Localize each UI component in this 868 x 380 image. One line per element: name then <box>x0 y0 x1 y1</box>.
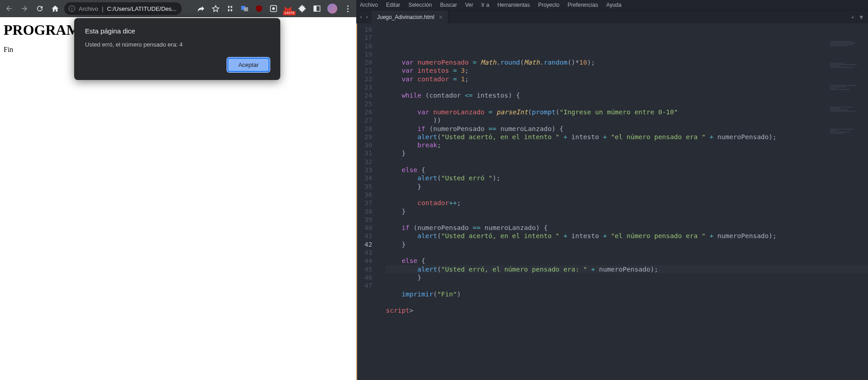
menu-herramientas[interactable]: Herramientas <box>497 2 530 8</box>
menu-ayuda[interactable]: Ayuda <box>606 2 622 8</box>
browser-window: i Archivo | C:/Users/LATITUDE/Des... 142… <box>0 0 356 380</box>
dialog-title: Esta página dice <box>85 27 269 35</box>
new-tab-icon[interactable]: + <box>851 14 854 21</box>
js-alert-dialog: Esta página dice Usted erró, el número p… <box>74 18 280 80</box>
site-info-icon[interactable]: i <box>69 5 75 12</box>
share-icon[interactable] <box>197 5 205 13</box>
profile-avatar[interactable] <box>327 4 337 14</box>
dialog-message: Usted erró, el número pensado era: 4 <box>85 41 269 48</box>
panel-icon[interactable] <box>313 5 321 13</box>
browser-toolbar: i Archivo | C:/Users/LATITUDE/Des... 142… <box>0 0 356 17</box>
menu-ver[interactable]: Ver <box>465 2 473 8</box>
tab-close-icon[interactable]: × <box>439 14 443 21</box>
svg-point-3 <box>272 7 275 10</box>
svg-rect-5 <box>314 6 316 11</box>
url-path: C:/Users/LATITUDE/Des... <box>107 5 177 12</box>
tab-nav <box>356 14 372 20</box>
reload-button[interactable] <box>33 2 46 15</box>
home-button[interactable] <box>49 2 61 15</box>
tab-dropdown-icon[interactable]: ▼ <box>858 14 864 21</box>
back-button[interactable] <box>3 2 15 15</box>
menu-editar[interactable]: Editar <box>386 2 400 8</box>
menu-buscar[interactable]: Buscar <box>440 2 457 8</box>
menu-ir-a[interactable]: Ir a <box>481 2 489 8</box>
tab-nav-left-icon[interactable] <box>358 14 363 20</box>
code-area[interactable]: 1617181920212223242526272829303132333435… <box>356 23 868 380</box>
ext-icon-2[interactable] <box>269 5 278 13</box>
code-content[interactable]: var numeroPensado = Math.round(Math.rand… <box>378 23 868 380</box>
extension-area: 14278 <box>197 4 354 14</box>
translate-icon[interactable] <box>241 5 249 13</box>
tab-filename: Juego_Adivinacion.html <box>377 14 434 20</box>
editor-tab-active[interactable]: Juego_Adivinacion.html × <box>372 10 448 24</box>
menu-proyecto[interactable]: Proyecto <box>538 2 559 8</box>
gmail-icon[interactable]: 14278 <box>284 5 292 13</box>
editor-menubar: Archivo Editar Selección Buscar Ver Ir a… <box>356 0 868 10</box>
menu-preferencias[interactable]: Preferencias <box>568 2 598 8</box>
svg-rect-1 <box>244 7 248 11</box>
star-icon[interactable] <box>212 5 220 13</box>
line-gutter: 1617181920212223242526272829303132333435… <box>356 23 378 380</box>
ublock-icon[interactable] <box>255 5 263 13</box>
forward-button[interactable] <box>18 2 31 15</box>
menu-seleccion[interactable]: Selección <box>408 2 432 8</box>
minimap[interactable] <box>830 24 866 106</box>
chrome-menu[interactable] <box>344 5 352 13</box>
extensions-icon[interactable] <box>298 5 307 13</box>
url-scheme: Archivo <box>79 5 98 12</box>
address-bar[interactable]: i Archivo | C:/Users/LATITUDE/Des... <box>64 2 182 15</box>
tab-nav-right-icon[interactable] <box>364 14 370 20</box>
ext-icon-1[interactable] <box>226 5 234 13</box>
editor-tab-row: Juego_Adivinacion.html × + ▼ <box>356 10 868 23</box>
gmail-badge: 14278 <box>283 11 296 15</box>
menu-archivo[interactable]: Archivo <box>360 2 378 8</box>
dialog-accept-button[interactable]: Aceptar <box>227 58 269 72</box>
editor-window: Archivo Editar Selección Buscar Ver Ir a… <box>356 0 868 380</box>
